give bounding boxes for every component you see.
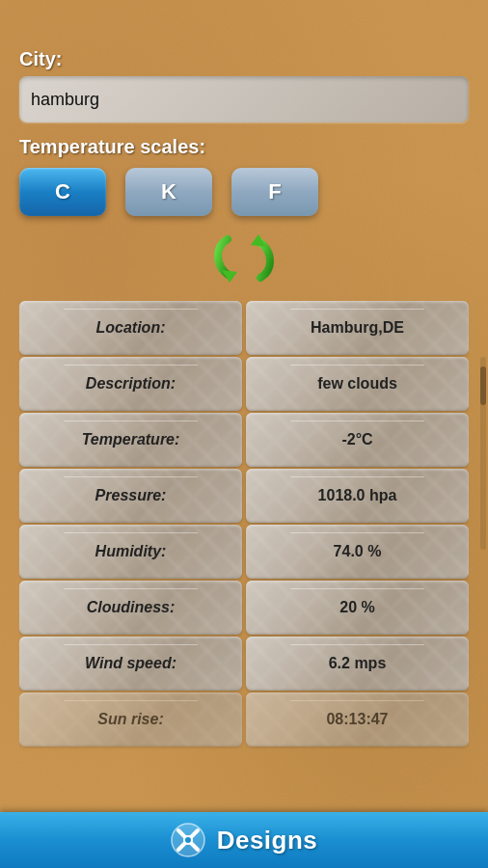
table-row: Wind speed: 6.2 mps (19, 637, 469, 691)
scale-btn-f[interactable]: F (231, 168, 318, 216)
windspeed-label-cell: Wind speed: (19, 637, 242, 691)
table-row: Location: Hamburg,DE (19, 301, 469, 355)
table-row: Description: few clouds (19, 357, 469, 411)
description-value-cell: few clouds (246, 357, 469, 411)
sunrise-value-cell: 08:13:47 (246, 692, 469, 746)
table-row: Temperature: -2°C (19, 413, 469, 467)
scrollbar-thumb[interactable] (480, 366, 486, 405)
weather-data-table: Location: Hamburg,DE Description: few cl… (19, 301, 469, 858)
table-row: Sun rise: 08:13:47 (19, 692, 469, 746)
temperature-value-cell: -2°C (246, 413, 469, 467)
temp-scales-label: Temperature scales: (19, 136, 469, 158)
table-row: Humidity: 74.0 % (19, 525, 469, 579)
sunrise-label-cell: Sun rise: (19, 692, 242, 746)
location-label-cell: Location: (19, 301, 242, 355)
humidity-value-cell: 74.0 % (246, 525, 469, 579)
main-container: City: Temperature scales: C K F (0, 0, 488, 868)
bottom-bar[interactable]: Designs (0, 812, 488, 868)
city-label: City: (19, 48, 469, 70)
cloudiness-value-cell: 20 % (246, 581, 469, 635)
city-input[interactable] (19, 76, 469, 122)
description-label-cell: Description: (19, 357, 242, 411)
humidity-label-cell: Humidity: (19, 525, 242, 579)
refresh-button[interactable] (19, 230, 469, 287)
scale-btn-k[interactable]: K (125, 168, 212, 216)
cloudiness-label-cell: Cloudiness: (19, 581, 242, 635)
table-row: Cloudiness: 20 % (19, 581, 469, 635)
pressure-label-cell: Pressure: (19, 469, 242, 523)
scale-buttons-group: C K F (19, 168, 469, 216)
table-row: Pressure: 1018.0 hpa (19, 469, 469, 523)
svg-point-5 (184, 836, 192, 844)
scrollbar[interactable] (480, 357, 486, 550)
pressure-value-cell: 1018.0 hpa (246, 469, 469, 523)
scale-btn-c[interactable]: C (19, 168, 106, 216)
windspeed-value-cell: 6.2 mps (246, 637, 469, 691)
wrench-icon (171, 823, 205, 857)
location-value-cell: Hamburg,DE (246, 301, 469, 355)
bottom-bar-title: Designs (217, 826, 318, 855)
temperature-label-cell: Temperature: (19, 413, 242, 467)
